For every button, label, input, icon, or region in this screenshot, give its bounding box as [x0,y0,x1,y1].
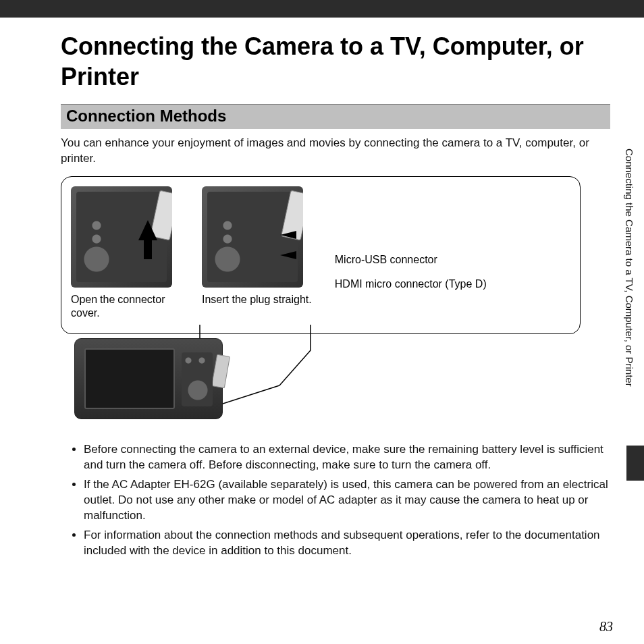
notes-list: Before connecting the camera to an exter… [61,442,610,559]
camera-close-up-ports-icon [202,186,303,288]
intro-paragraph: You can enhance your enjoyment of images… [61,136,610,167]
note-item: For information about the connection met… [84,528,610,559]
diagram-caption-right: Insert the plug straight. [202,293,312,306]
camera-close-up-cover-icon [71,186,172,288]
page-content: Connecting the Camera to a TV, Computer,… [0,18,644,558]
page-title: Connecting the Camera to a TV, Computer,… [61,31,610,92]
callout-pointer-wrap [74,338,594,426]
section-heading: Connection Methods [66,107,605,126]
diagram-labels-column: Micro-USB connector HDMI micro connector… [335,186,487,320]
side-tab-label: Connecting the Camera to a TV, Computer,… [624,149,635,439]
diagram-left-column: Open the connector cover. [71,186,179,320]
side-tab-marker [626,446,644,481]
note-item: Before connecting the camera to an exter… [84,442,610,473]
side-tab: Connecting the Camera to a TV, Computer,… [614,149,644,481]
section-heading-bar: Connection Methods [61,104,610,129]
label-hdmi-micro: HDMI micro connector (Type D) [335,278,487,290]
diagram-callout-box: Open the connector cover. Insert the plu… [61,176,581,334]
page-number: 83 [599,619,613,635]
top-black-bar [0,0,644,18]
open-cover-arrow-icon [138,220,157,240]
camera-rear-view-icon [74,338,223,419]
port-arrow-icon [280,251,296,259]
note-item: If the AC Adapter EH-62G (available sepa… [84,477,610,524]
port-arrow-icon [280,231,296,239]
diagram-caption-left: Open the connector cover. [71,293,179,320]
label-micro-usb: Micro-USB connector [335,254,487,266]
diagram-middle-column: Insert the plug straight. [202,186,312,320]
